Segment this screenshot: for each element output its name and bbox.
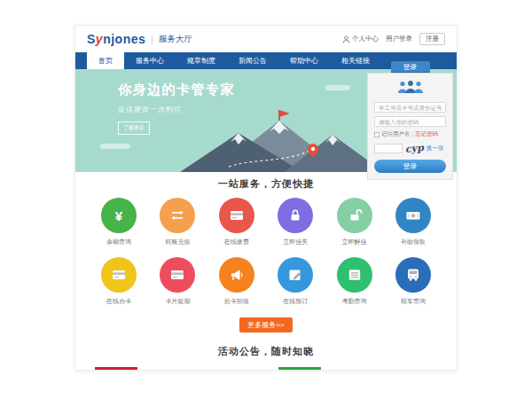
banknote-icon [404, 207, 422, 224]
bank-card-icon [228, 207, 246, 224]
service-subsidy-collection[interactable]: 补助领取 [393, 198, 434, 246]
cloud-decoration [100, 144, 130, 149]
remember-label: 记住用户名 [381, 130, 411, 138]
users-icon [374, 80, 446, 98]
captcha-row: cyp 换一张 [374, 143, 446, 154]
nav-item-help[interactable]: 帮助中心 [278, 52, 330, 69]
lock-icon [286, 207, 304, 224]
services-section: 一站服务，方便快捷 ¥ 余额查询 转账充值 在线缴费 [75, 172, 457, 332]
cloud-decoration [325, 85, 350, 90]
logo-divider: | [151, 35, 153, 44]
banner-copy: 你身边的卡管专家 提供建设一步到位 了解更多 [118, 82, 235, 135]
banner-title: 你身边的卡管专家 [118, 82, 235, 98]
announcements-section: 活动公告，随时知晓 使用指南 最新公告 更多>> 使用指南 更多>> [75, 345, 457, 371]
personal-center-link[interactable]: 个人中心 [342, 35, 379, 43]
remember-checkbox[interactable] [374, 132, 379, 137]
person-icon [342, 35, 350, 43]
yuan-icon: ¥ [115, 209, 122, 223]
banner-subtitle: 提供建设一步到位 [118, 105, 235, 114]
services-grid-row2: 在线办卡 卡片延期 拾卡招领 在线预订 [75, 257, 457, 306]
login-form: 记住用户名 | 忘记密码 cyp 换一张 登录 [367, 73, 453, 180]
transfer-arrows-icon [168, 207, 186, 224]
unlock-icon [346, 207, 364, 224]
nav-item-rules[interactable]: 规章制度 [176, 52, 227, 69]
service-balance-inquiry[interactable]: ¥ 余额查询 [98, 198, 139, 246]
login-submit-button[interactable]: 登录 [374, 160, 446, 173]
service-school-bus-inquiry[interactable]: 校车查询 [393, 257, 434, 306]
logo-accent: y [96, 32, 103, 46]
service-attendance-inquiry[interactable]: 考勤查询 [334, 257, 375, 306]
service-report-loss[interactable]: 立即挂失 [275, 198, 316, 246]
more-services-button[interactable]: 更多服务>> [239, 317, 292, 332]
site-name: 服务大厅 [159, 34, 192, 45]
register-button[interactable]: 注册 [419, 33, 445, 45]
service-card-extension[interactable]: 卡片延期 [157, 257, 198, 306]
remember-row: 记住用户名 | 忘记密码 [374, 130, 446, 138]
bus-icon [404, 266, 422, 284]
password-input[interactable] [374, 116, 446, 127]
service-online-booking[interactable]: 在线预订 [275, 257, 316, 306]
announcement-panel-right: 使用指南 更多>> [272, 370, 444, 371]
user-login-link[interactable]: 用户登录 [386, 35, 412, 43]
site-header: Synjones | 服务大厅 个人中心 用户登录 注册 [75, 26, 457, 52]
logo-wordmark: Synjones [87, 32, 145, 46]
captcha-image: cyp [404, 142, 424, 155]
service-transfer-recharge[interactable]: 转账充值 [157, 198, 198, 246]
captcha-refresh-link[interactable]: 换一张 [426, 145, 444, 153]
announcement-panels: 使用指南 最新公告 更多>> 使用指南 更多>> [75, 370, 457, 371]
usage-guide-ribbon-green[interactable]: 使用指南 [278, 367, 321, 371]
service-online-payment[interactable]: 在线缴费 [216, 198, 257, 246]
usage-guide-ribbon[interactable]: 使用指南 [95, 367, 137, 371]
megaphone-icon [228, 266, 246, 284]
header-links: 个人中心 用户登录 注册 [342, 33, 445, 45]
personal-center-label: 个人中心 [352, 35, 379, 43]
remember-divider: | [412, 131, 414, 137]
nav-item-service-center[interactable]: 服务中心 [124, 52, 176, 69]
more-link-left[interactable]: 更多>> [238, 370, 256, 371]
announcements-title: 活动公告，随时知晓 [75, 345, 457, 358]
banner-cta-button[interactable]: 了解更多 [118, 121, 150, 135]
edit-icon [286, 266, 304, 284]
panel-header-left: 使用指南 最新公告 更多>> [89, 370, 261, 371]
more-link-right[interactable]: 更多>> [420, 370, 439, 371]
logo[interactable]: Synjones | 服务大厅 [87, 32, 192, 46]
service-unfreeze-card[interactable]: 立即解挂 [334, 198, 375, 246]
services-grid-row1: ¥ 余额查询 转账充值 在线缴费 立即挂失 [75, 198, 457, 246]
service-found-card-claim[interactable]: 拾卡招领 [216, 257, 257, 306]
captcha-input[interactable] [374, 144, 403, 153]
login-tab[interactable]: 登录 [391, 61, 430, 73]
service-online-card-apply[interactable]: 在线办卡 [98, 257, 139, 306]
nav-item-home[interactable]: 首页 [87, 52, 124, 69]
announcement-panel-left: 使用指南 最新公告 更多>> [89, 370, 261, 371]
account-input[interactable] [374, 102, 446, 113]
latest-news-tab[interactable]: 最新公告 [145, 370, 174, 371]
list-icon [346, 266, 364, 284]
nav-item-news[interactable]: 新闻公告 [227, 52, 278, 69]
panel-header-right: 使用指南 更多>> [272, 370, 444, 371]
bank-card-icon [110, 266, 128, 284]
hero-banner: 你身边的卡管专家 提供建设一步到位 了解更多 登录 [75, 69, 457, 172]
login-panel: 登录 记住用户名 | 忘记密码 [367, 61, 453, 180]
bank-card-icon [168, 266, 186, 284]
forgot-password-link[interactable]: 忘记密码 [415, 130, 438, 138]
page-container: Synjones | 服务大厅 个人中心 用户登录 注册 首页 服务中心 规章制… [74, 25, 458, 371]
